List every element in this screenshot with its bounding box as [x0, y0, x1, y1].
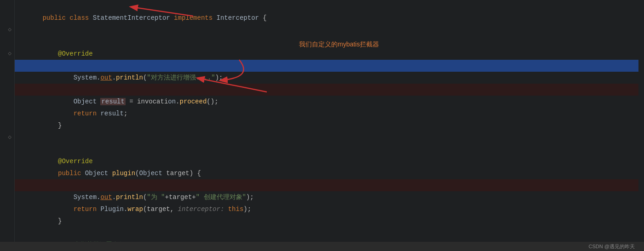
code-line [15, 120, 638, 131]
code-line [15, 12, 638, 24]
code-line: } [15, 108, 638, 120]
code-line: return result; [15, 96, 638, 108]
code-line [15, 24, 638, 36]
code-line: // 执行原方法 [15, 72, 638, 84]
mybatis-annotation-label: 我们自定义的mybatis拦截器 [299, 40, 379, 49]
code-line: } [15, 203, 638, 215]
code-editor: ◇ ◇ ◇ public class StatementInterceptor … [0, 0, 644, 251]
code-line: // 调用插件,创建目标类的代理对象 [15, 167, 638, 179]
code-line: public Object intercept(Invocation invoc… [15, 48, 638, 60]
code-line [15, 215, 638, 227]
code-line: System.out.println("为 "+target+" 创建代理对象"… [15, 179, 638, 191]
code-line: Object result = invocation.proceed(); [15, 84, 638, 96]
bottom-bar: CSDN @遇见的昨天 [0, 242, 644, 251]
code-line: public Object plugin(Object target) { [15, 155, 638, 167]
code-area: public class StatementInterceptor implem… [15, 0, 638, 242]
code-line-selected: System.out.println("对方法进行增强...."); [15, 60, 638, 72]
code-line: public class StatementInterceptor implem… [15, 0, 638, 12]
brand-text: CSDN @遇见的昨天 [589, 243, 635, 250]
code-line: // 为拦截器设置参数值 [15, 227, 638, 239]
code-line [15, 131, 638, 143]
code-line: @Override [15, 143, 638, 155]
code-line: return Plugin.wrap(target, interceptor: … [15, 191, 638, 203]
line-numbers: ◇ ◇ ◇ [0, 0, 15, 251]
